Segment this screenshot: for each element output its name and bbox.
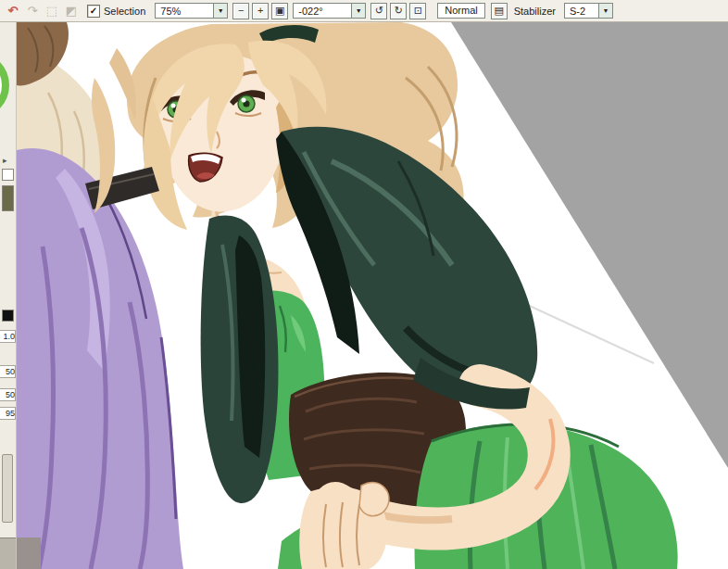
selection-label: Selection [104,6,145,17]
slider-value[interactable]: 50 [0,365,16,378]
invert-selection-icon[interactable]: ◩ [62,3,81,19]
rotate-cw-icon[interactable]: ↻ [390,3,407,19]
zoom-in-button[interactable]: + [252,3,269,19]
panel-toggle-icon[interactable]: ▤ [491,3,508,19]
slider-value[interactable]: 1.0 [0,330,16,343]
zoom-reset-icon[interactable]: ▣ [271,3,288,19]
angle-combo[interactable]: -022° ▼ [293,3,366,19]
foreground-color-swatch[interactable] [2,310,14,322]
panel-arrow-icon[interactable]: ▸ [3,156,7,165]
color-history-swatch[interactable] [2,185,14,211]
left-panel-edge: ▸ 1.0 50 50 95 [0,22,17,569]
canvas-artwork[interactable] [17,22,728,569]
rotate-reset-icon[interactable]: ⊡ [409,3,426,19]
rotate-ccw-icon[interactable]: ↺ [370,3,387,19]
tool-icon[interactable] [2,169,14,181]
zoom-dropdown-icon[interactable]: ▼ [213,4,227,18]
zoom-combo[interactable]: 75% ▼ [155,3,228,19]
slider-value[interactable]: 50 [0,388,16,401]
blend-mode-box[interactable]: Normal [437,3,484,19]
deselect-icon[interactable]: ⬚ [43,3,61,19]
selection-checkbox[interactable]: ✓ [87,5,100,18]
redo-icon[interactable]: ↷ [23,3,42,19]
stabilizer-label: Stabilizer [514,6,556,17]
selection-checkbox-group[interactable]: ✓ Selection [87,5,145,18]
undo-icon[interactable]: ↶ [4,3,22,19]
canvas-viewport[interactable] [17,22,728,569]
panel-corner [0,537,16,569]
color-wheel-icon[interactable] [0,52,9,119]
scrollbar-thumb[interactable] [2,454,13,523]
angle-value[interactable]: -022° [294,6,351,17]
zoom-out-button[interactable]: − [232,3,249,19]
top-toolbar: ↶ ↷ ⬚ ◩ ✓ Selection 75% ▼ − + ▣ -022° ▼ … [0,0,728,22]
angle-dropdown-icon[interactable]: ▼ [351,4,365,18]
stabilizer-combo[interactable]: S-2 ▼ [564,3,613,19]
stabilizer-value[interactable]: S-2 [565,6,598,17]
stabilizer-dropdown-icon[interactable]: ▼ [598,4,612,18]
slider-value[interactable]: 95 [0,407,16,420]
workspace: ▸ 1.0 50 50 95 [0,22,728,569]
zoom-value[interactable]: 75% [156,6,213,17]
